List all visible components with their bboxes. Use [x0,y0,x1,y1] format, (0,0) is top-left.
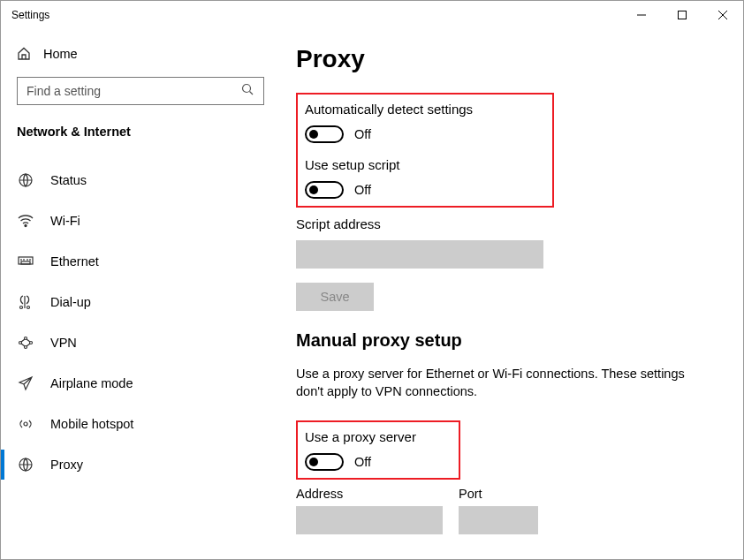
script-address-label: Script address [296,216,722,231]
main-content: Proxy Automatically detect settings Off … [275,29,743,559]
page-title: Proxy [296,45,722,73]
svg-point-7 [25,225,27,227]
sidebar-item-status[interactable]: Status [17,160,259,201]
close-button[interactable] [702,1,743,29]
sidebar-item-label: Proxy [50,458,83,472]
sidebar-item-label: Mobile hotspot [50,417,133,431]
svg-line-5 [250,91,254,95]
auto-detect-label: Automatically detect settings [305,102,473,117]
svg-point-21 [24,422,27,426]
minimize-button[interactable] [621,1,662,29]
svg-rect-9 [21,261,30,264]
category-title: Network & Internet [17,125,259,139]
setup-script-state: Off [354,183,371,197]
sidebar-item-ethernet[interactable]: Ethernet [17,241,259,282]
window-titlebar: Settings [1,1,743,29]
vpn-icon [17,335,34,351]
address-input[interactable] [296,506,443,534]
script-address-input[interactable] [296,240,543,269]
highlight-proxy-section: Use a proxy server Off [296,420,460,480]
manual-section-desc: Use a proxy server for Ethernet or Wi-Fi… [296,365,685,401]
sidebar-item-label: VPN [50,336,77,350]
sidebar: Home Network & Internet Status Wi-Fi [1,29,275,559]
svg-point-4 [243,84,251,92]
sidebar-item-airplane[interactable]: Airplane mode [17,363,259,404]
sidebar-item-dialup[interactable]: Dial-up [17,282,259,322]
home-label: Home [43,47,78,61]
port-input[interactable] [459,506,538,534]
sidebar-item-label: Airplane mode [50,376,133,390]
sidebar-item-wifi[interactable]: Wi-Fi [17,201,259,241]
address-label: Address [296,487,443,501]
setup-script-toggle[interactable] [305,181,344,199]
highlight-auto-section: Automatically detect settings Off Use se… [296,93,554,208]
manual-section-title: Manual proxy setup [296,330,722,351]
sidebar-item-label: Wi-Fi [50,214,80,228]
search-box[interactable] [17,77,264,105]
search-input[interactable] [27,84,241,98]
auto-detect-state: Off [354,127,371,141]
sidebar-item-label: Dial-up [50,295,91,309]
airplane-icon [17,375,34,391]
svg-point-16 [27,306,30,309]
sidebar-item-label: Status [50,173,87,187]
sidebar-item-hotspot[interactable]: Mobile hotspot [17,404,259,444]
use-proxy-toggle[interactable] [305,453,344,471]
home-icon [17,47,31,61]
home-link[interactable]: Home [17,40,259,68]
dialup-icon [17,294,34,310]
sidebar-item-proxy[interactable]: Proxy [17,444,259,485]
port-label: Port [459,487,538,501]
maximize-button[interactable] [662,1,702,29]
svg-point-15 [20,306,23,309]
setup-script-label: Use setup script [305,157,473,172]
svg-rect-1 [679,11,687,19]
save-button[interactable]: Save [296,283,374,311]
sidebar-item-vpn[interactable]: VPN [17,322,259,363]
window-title: Settings [11,9,49,21]
use-proxy-state: Off [354,455,371,469]
window-controls [621,1,743,29]
use-proxy-label: Use a proxy server [305,429,416,444]
hotspot-icon [17,416,34,432]
search-icon [241,83,254,100]
wifi-icon [17,213,34,229]
sidebar-item-label: Ethernet [50,254,99,269]
ethernet-icon [17,254,34,269]
status-icon [17,172,34,188]
auto-detect-toggle[interactable] [305,125,344,143]
proxy-icon [17,457,34,473]
